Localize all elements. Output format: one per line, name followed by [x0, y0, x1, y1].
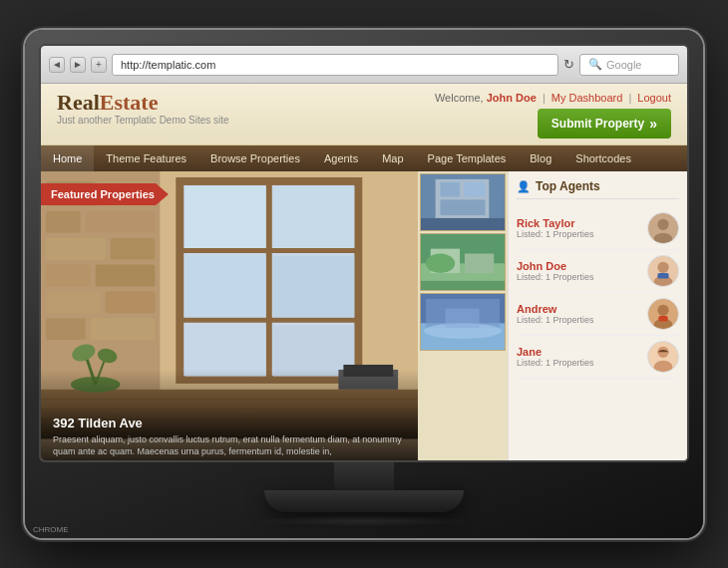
featured-section: Featured Properties	[41, 171, 418, 460]
svg-rect-23	[184, 325, 266, 377]
monitor-stand-base	[264, 490, 464, 512]
thumbnails-sidebar	[418, 171, 508, 460]
svg-point-58	[657, 262, 668, 273]
welcome-text: Welcome,	[435, 92, 484, 104]
thumbnail-3[interactable]	[420, 293, 506, 351]
back-button[interactable]: ◄	[49, 57, 65, 73]
nav-item-home[interactable]: Home	[41, 145, 94, 171]
property-description: Praesent aliquam, justo convallis luctus…	[53, 433, 406, 458]
nav-item-theme[interactable]: Theme Features	[94, 145, 198, 171]
monitor-stand-neck	[334, 462, 394, 490]
welcome-bar: Welcome, John Doe | My Dashboard | Logou…	[435, 92, 671, 104]
svg-rect-60	[657, 273, 668, 279]
agents-title-text: Top Agents	[536, 179, 600, 193]
refresh-icon[interactable]: ↻	[563, 57, 574, 72]
svg-point-55	[657, 219, 668, 230]
thumbnail-1[interactable]	[420, 173, 506, 231]
monitor-bezel: ◄ ► + http://templatic.com ↻ 🔍 Google	[39, 44, 689, 462]
svg-rect-39	[441, 182, 461, 197]
logout-link[interactable]: Logout	[637, 92, 671, 104]
agent-0-avatar	[647, 212, 679, 244]
search-bar[interactable]: 🔍 Google	[579, 54, 679, 76]
nav-item-page-templates[interactable]: Page Templates	[416, 145, 519, 171]
svg-rect-40	[464, 182, 485, 197]
svg-rect-48	[421, 281, 505, 291]
agent-0-info: Rick Taylor Listed: 1 Properties	[517, 217, 642, 239]
agent-1-listed: Listed: 1 Properties	[517, 272, 642, 282]
agents-title: Top Agents	[517, 179, 679, 199]
header-right: Welcome, John Doe | My Dashboard | Logou…	[435, 92, 671, 139]
url-text: http://templatic.com	[121, 59, 215, 71]
nav-item-map[interactable]: Map	[370, 145, 415, 171]
main-content: Featured Properties	[41, 171, 687, 460]
agent-1-avatar	[647, 255, 679, 287]
plus-icon: +	[96, 59, 102, 70]
forward-arrow: ►	[73, 59, 83, 70]
svg-rect-19	[184, 186, 266, 248]
site-logo: RealEstate Just another Templatic Demo S…	[57, 92, 229, 126]
agent-item-3: Jane Listed: 1 Properties	[517, 336, 679, 379]
svg-rect-9	[96, 265, 156, 287]
submit-btn-label: Submit Property	[551, 117, 644, 131]
agent-2-listed: Listed: 1 Properties	[517, 315, 642, 325]
agent-1-info: John Doe Listed: 1 Properties	[517, 260, 642, 282]
site-nav: Home Theme Features Browse Properties Ag…	[41, 145, 687, 171]
thumbnail-2[interactable]	[420, 233, 506, 291]
featured-badge: Featured Properties	[41, 183, 169, 205]
site-header: RealEstate Just another Templatic Demo S…	[41, 84, 687, 145]
property-image: 392 Tilden Ave Praesent aliquam, justo c…	[41, 171, 418, 460]
svg-rect-4	[46, 211, 81, 233]
search-placeholder: Google	[606, 59, 641, 71]
new-tab-button[interactable]: +	[91, 57, 107, 73]
agents-sidebar: Top Agents Rick Taylor Listed: 1 Propert…	[508, 171, 687, 460]
svg-rect-10	[46, 291, 101, 313]
svg-rect-41	[441, 199, 486, 215]
browser-chrome: ◄ ► + http://templatic.com ↻ 🔍 Google	[41, 46, 687, 84]
agent-2-avatar	[647, 298, 679, 330]
svg-rect-7	[111, 238, 156, 260]
svg-rect-42	[421, 218, 505, 231]
property-address: 392 Tilden Ave	[53, 416, 406, 430]
svg-rect-22	[273, 256, 355, 318]
forward-button[interactable]: ►	[70, 57, 86, 73]
agent-item-0: Rick Taylor Listed: 1 Properties	[517, 207, 679, 250]
svg-rect-46	[465, 254, 494, 274]
agent-3-info: Jane Listed: 1 Properties	[517, 346, 642, 368]
welcome-name: John Doe	[487, 92, 537, 104]
agent-0-listed: Listed: 1 Properties	[517, 229, 642, 239]
property-info: 392 Tilden Ave Praesent aliquam, justo c…	[41, 408, 418, 460]
nav-item-shortcodes[interactable]: Shortcodes	[563, 145, 643, 171]
monitor-reflection	[264, 516, 464, 526]
svg-point-47	[426, 254, 455, 274]
sep1: |	[543, 92, 546, 104]
svg-rect-64	[658, 316, 667, 322]
submit-property-button[interactable]: Submit Property	[538, 109, 671, 139]
agent-2-info: Andrew Listed: 1 Properties	[517, 303, 642, 325]
nav-item-blog[interactable]: Blog	[518, 145, 563, 171]
header-top: RealEstate Just another Templatic Demo S…	[57, 92, 671, 139]
svg-rect-21	[184, 256, 266, 318]
agent-3-name[interactable]: Jane	[517, 346, 642, 358]
svg-point-62	[657, 305, 668, 316]
monitor-outer: ◄ ► + http://templatic.com ↻ 🔍 Google	[25, 30, 703, 538]
logo-real: Real	[57, 90, 100, 115]
dashboard-link[interactable]: My Dashboard	[551, 92, 623, 104]
nav-item-agents[interactable]: Agents	[312, 145, 370, 171]
sep2: |	[628, 92, 631, 104]
agent-3-avatar	[647, 341, 679, 373]
agent-item-1: John Doe Listed: 1 Properties	[517, 250, 679, 293]
website-content: RealEstate Just another Templatic Demo S…	[41, 84, 687, 460]
room-illustration	[41, 171, 418, 439]
back-arrow: ◄	[52, 59, 62, 70]
svg-rect-11	[106, 291, 156, 313]
svg-rect-6	[46, 238, 106, 260]
agent-1-name[interactable]: John Doe	[517, 260, 642, 272]
svg-rect-24	[273, 325, 355, 377]
svg-rect-53	[445, 309, 479, 329]
nav-item-browse[interactable]: Browse Properties	[198, 145, 312, 171]
svg-rect-5	[86, 211, 156, 233]
address-bar[interactable]: http://templatic.com	[112, 54, 558, 76]
agent-2-name[interactable]: Andrew	[517, 303, 642, 315]
logo-tagline: Just another Templatic Demo Sites site	[57, 116, 229, 126]
agent-0-name[interactable]: Rick Taylor	[517, 217, 642, 229]
